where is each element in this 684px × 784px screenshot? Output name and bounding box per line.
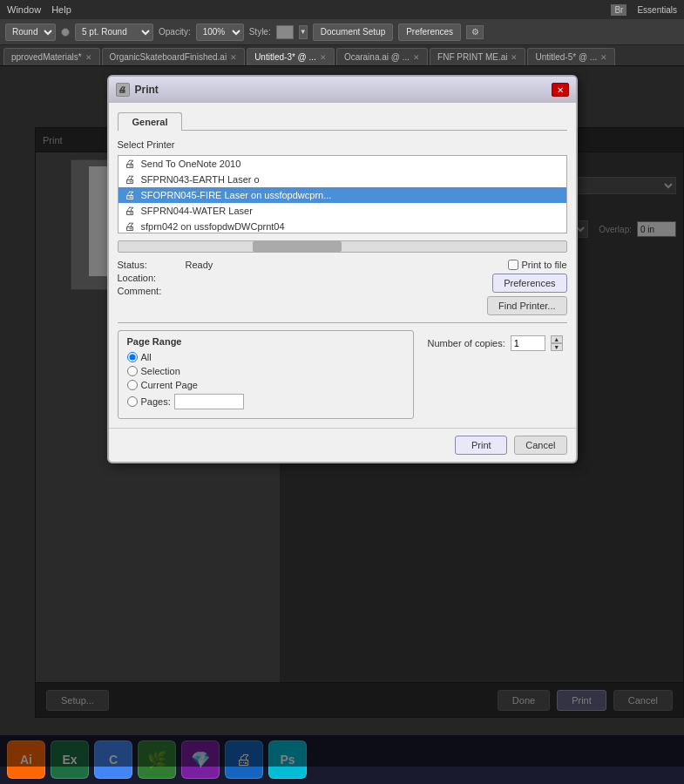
print-to-file-label: Print to file	[522, 260, 567, 270]
printer-list[interactable]: 🖨 Send To OneNote 2010 🖨 SFPRN043-EARTH …	[118, 155, 567, 233]
printer-row[interactable]: 🖨 Send To OneNote 2010	[119, 156, 566, 172]
radio-selection[interactable]	[127, 366, 138, 376]
extras-button[interactable]: ⚙	[466, 25, 484, 39]
brush-size-select[interactable]: 5 pt. Round	[75, 24, 153, 41]
select-printer-label: Select Printer	[118, 139, 567, 150]
copies-spinner: ▲ ▼	[551, 335, 563, 351]
copies-box: Number of copies: ▲ ▼	[428, 330, 567, 419]
tab-approved-materials[interactable]: pprovedMaterials* ✕	[3, 48, 100, 65]
radio-all-row: All	[127, 352, 404, 362]
tabs-bar: pprovedMaterials* ✕ OrganicSkateboardFin…	[0, 45, 684, 66]
copies-input[interactable]	[511, 335, 545, 351]
tab-close-icon[interactable]: ✕	[320, 53, 327, 62]
printer-row[interactable]: 🖨 SFPRN043-EARTH Laser o	[119, 172, 566, 187]
find-printer-btn[interactable]: Find Printer...	[487, 296, 566, 315]
printer-icon: 🖨	[124, 173, 136, 186]
dialog-footer: Print Cancel	[109, 428, 576, 462]
style-dropdown[interactable]: ▼	[299, 25, 308, 39]
tab-close-icon[interactable]: ✕	[511, 53, 518, 62]
print-to-file-checkbox[interactable]	[508, 260, 518, 270]
tab-label: Ocaraina.ai @ ...	[344, 52, 410, 62]
document-setup-button[interactable]: Document Setup	[313, 24, 394, 41]
printer-row-selected[interactable]: 🖨 SFOPRN045-FIRE Laser on ussfopdwcprn..…	[119, 187, 566, 203]
app-window: Window Help Br Essentials Round 5 pt. Ro…	[0, 0, 684, 784]
tab-close-icon[interactable]: ✕	[230, 53, 237, 62]
location-row: Location:	[118, 273, 481, 283]
page-range-box: Page Range All Selection C	[118, 330, 414, 419]
tool-select[interactable]: Round	[5, 24, 56, 41]
tab-close-icon[interactable]: ✕	[85, 53, 92, 62]
cancel-button[interactable]: Cancel	[514, 436, 566, 455]
copies-label: Number of copies:	[428, 338, 505, 348]
status-value: Ready	[186, 260, 213, 270]
dialog-tab-general[interactable]: General	[118, 112, 183, 131]
style-swatch[interactable]	[276, 25, 294, 39]
main-content: Print	[0, 66, 684, 767]
opacity-label: Opacity:	[159, 27, 191, 37]
radio-all[interactable]	[127, 352, 138, 362]
tab-ocaraina[interactable]: Ocaraina.ai @ ... ✕	[336, 48, 428, 65]
spin-up-button[interactable]: ▲	[551, 335, 563, 343]
horizontal-scrollbar[interactable]	[118, 240, 567, 253]
spin-down-button[interactable]: ▼	[551, 343, 563, 351]
tab-organic-skateboard[interactable]: OrganicSkateboardFinished.ai ✕	[102, 48, 246, 65]
print-dialog-overlay: 🖨 Print ✕ General Select Printer	[0, 66, 684, 767]
printer-icon: 🖨	[124, 158, 136, 170]
dialog-body: General Select Printer 🖨 Send To OneNote…	[109, 103, 576, 428]
windows-print-dialog: 🖨 Print ✕ General Select Printer	[107, 75, 578, 463]
printer-row[interactable]: 🖨 SFPRN044-WATER Laser	[119, 203, 566, 219]
dialog-printer-icon: 🖨	[116, 83, 130, 97]
tab-close-icon[interactable]: ✕	[600, 53, 607, 62]
dialog-titlebar: 🖨 Print ✕	[109, 77, 576, 103]
tab-label: Untitled-5* @ ...	[535, 52, 597, 62]
print-to-file-row: Print to file	[508, 260, 567, 270]
brush-dot	[61, 28, 70, 37]
tab-fnf[interactable]: FNF PRINT ME.ai ✕	[430, 48, 525, 65]
menu-help[interactable]: Help	[51, 4, 71, 15]
tool-group: Round	[5, 24, 56, 41]
style-label: Style:	[249, 27, 271, 37]
tab-untitled5[interactable]: Untitled-5* @ ... ✕	[527, 48, 615, 65]
tab-untitled3[interactable]: Untitled-3* @ ... ✕	[247, 48, 335, 65]
radio-all-label: All	[141, 352, 152, 362]
printer-icon: 🖨	[124, 189, 136, 201]
tab-label: OrganicSkateboardFinished.ai	[110, 52, 227, 62]
dialog-tab-bar: General	[118, 112, 567, 131]
print-button[interactable]: Print	[455, 436, 507, 455]
bridge-icon: Br	[611, 4, 626, 16]
radio-selection-label: Selection	[141, 366, 180, 376]
menu-bar: Window Help Br Essentials	[0, 0, 684, 19]
radio-selection-row: Selection	[127, 366, 404, 376]
preferences-btn[interactable]: Preferences	[492, 274, 566, 293]
tab-label: FNF PRINT ME.ai	[437, 52, 507, 62]
radio-pages-label: Pages:	[141, 396, 171, 407]
radio-pages[interactable]	[127, 396, 138, 407]
printer-name: SFOPRN045-FIRE Laser on ussfopdwcprn...	[141, 190, 332, 200]
radio-pages-row: Pages:	[127, 394, 404, 409]
tab-close-icon[interactable]: ✕	[413, 53, 420, 62]
menu-window[interactable]: Window	[7, 4, 41, 15]
pages-input[interactable]	[174, 394, 244, 409]
copies-row: Number of copies: ▲ ▼	[428, 335, 567, 351]
page-range-copies: Page Range All Selection C	[118, 330, 567, 419]
preferences-button[interactable]: Preferences	[398, 24, 461, 41]
radio-current-page[interactable]	[127, 380, 138, 390]
status-row: Status: Ready	[118, 260, 481, 270]
dialog-close-button[interactable]: ✕	[552, 83, 569, 97]
dialog-title-text: Print	[135, 84, 159, 96]
location-label: Location:	[118, 273, 179, 283]
printer-row[interactable]: 🖨 sfprn042 on ussfopdwDWCprnt04	[119, 219, 566, 233]
opacity-select[interactable]: 100%	[196, 24, 244, 41]
radio-current-row: Current Page	[127, 380, 404, 390]
printer-icon: 🖨	[124, 220, 136, 233]
printer-name: SFPRN044-WATER Laser	[141, 206, 253, 216]
page-range-title: Page Range	[127, 336, 404, 347]
printer-name: sfprn042 on ussfopdwDWCprnt04	[141, 221, 285, 232]
divider	[118, 322, 567, 323]
printer-icon: 🖨	[124, 205, 136, 217]
comment-label: Comment:	[118, 286, 179, 296]
scrollbar-thumb	[253, 241, 342, 252]
toolbar: Round 5 pt. Round Opacity: 100% Style: ▼…	[0, 19, 684, 45]
dialog-title-group: 🖨 Print	[116, 83, 159, 97]
essentials-label: Essentials	[637, 5, 677, 15]
